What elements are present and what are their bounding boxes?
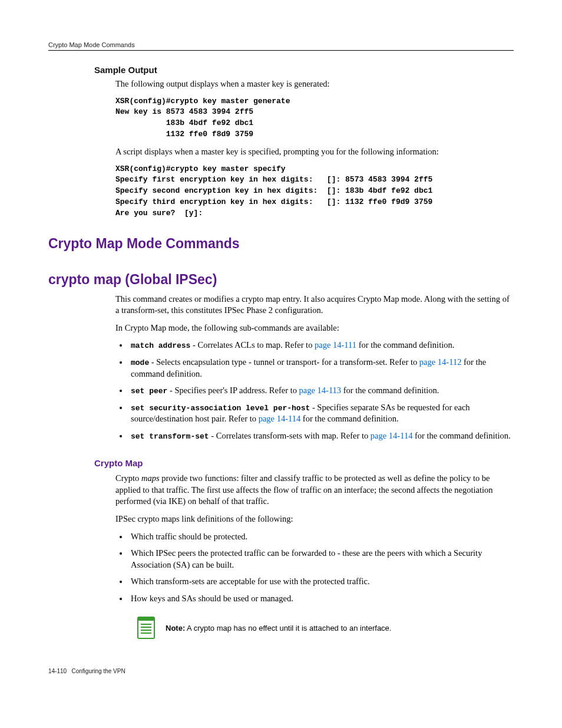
footer-title: Configuring the VPN bbox=[71, 668, 125, 674]
section2-p1: This command creates or modifies a crypt… bbox=[115, 294, 514, 317]
page-footer: 14-110 Configuring the VPN bbox=[48, 668, 514, 674]
sample-output-mid: A script displays when a master key is s… bbox=[115, 146, 514, 158]
section-crypto-map-mode: Crypto Map Mode Commands bbox=[48, 236, 514, 252]
code-set-peer: set peer bbox=[131, 387, 167, 396]
section2-p2: In Crypto Map mode, the following sub-co… bbox=[115, 322, 514, 334]
subcommand-mode: mode - Selects encapsulation type - tunn… bbox=[128, 357, 514, 380]
sample-output-heading: Sample Output bbox=[94, 65, 514, 75]
note-icon bbox=[137, 616, 156, 640]
crypto-map-subsection: Crypto Map bbox=[94, 458, 514, 468]
link-page-14-114a[interactable]: page 14-114 bbox=[259, 414, 301, 423]
section2-body: This command creates or modifies a crypt… bbox=[115, 294, 514, 442]
note-text: Note: A crypto map has no effect until i… bbox=[166, 624, 391, 633]
svg-rect-1 bbox=[138, 618, 154, 621]
crypto-map-p1: Crypto maps provide two functions: filte… bbox=[115, 473, 514, 508]
code-match-address: match address bbox=[131, 341, 190, 350]
subcommand-match-address: match address - Correlates ACLs to map. … bbox=[128, 340, 514, 351]
subcommand-set-transform-set: set transform-set - Correlates transform… bbox=[128, 430, 514, 442]
sample-output-code-1: XSR(config)#crypto key master generate N… bbox=[115, 96, 514, 140]
link-page-14-113[interactable]: page 14-113 bbox=[299, 386, 342, 395]
link-page-14-114b[interactable]: page 14-114 bbox=[371, 431, 413, 440]
page-container: Crypto Map Mode Commands Sample Output T… bbox=[0, 0, 562, 698]
subcommand-set-peer: set peer - Specifies peer's IP address. … bbox=[128, 385, 514, 397]
subcommand-set-security-association: set security-association level per-host … bbox=[128, 402, 514, 425]
crypto-map-body: Crypto maps provide two functions: filte… bbox=[115, 473, 514, 640]
crypto-map-p2: IPSec crypto maps link definitions of th… bbox=[115, 513, 514, 525]
crypto-map-b3: Which transform-sets are acceptable for … bbox=[128, 576, 514, 588]
code-set-security-association: set security-association level per-host bbox=[131, 404, 310, 413]
sample-output-section: Sample Output bbox=[94, 65, 514, 75]
sample-output-intro: The following output displays when a mas… bbox=[115, 78, 514, 90]
note-label: Note: bbox=[166, 624, 185, 633]
sample-output-code-2: XSR(config)#crypto key master specify Sp… bbox=[115, 164, 514, 219]
crypto-map-b2: Which IPSec peers the protected traffic … bbox=[128, 548, 514, 571]
running-header: Crypto Map Mode Commands bbox=[48, 41, 514, 51]
crypto-map-bullets: Which traffic should be protected. Which… bbox=[115, 531, 514, 605]
subcommand-list: match address - Correlates ACLs to map. … bbox=[115, 340, 514, 442]
footer-page-number: 14-110 bbox=[48, 668, 67, 674]
section-crypto-map-global: crypto map (Global IPSec) bbox=[48, 272, 514, 288]
note-block: Note: A crypto map has no effect until i… bbox=[137, 616, 514, 640]
code-mode: mode bbox=[131, 358, 149, 367]
crypto-map-italic: maps bbox=[141, 473, 160, 483]
link-page-14-111[interactable]: page 14-111 bbox=[315, 340, 356, 350]
crypto-map-b4: How keys and SAs should be used or manag… bbox=[128, 593, 514, 605]
sample-output-body: The following output displays when a mas… bbox=[115, 78, 514, 219]
code-set-transform-set: set transform-set bbox=[131, 432, 209, 441]
crypto-map-heading: Crypto Map bbox=[94, 458, 514, 468]
link-page-14-112[interactable]: page 14-112 bbox=[419, 357, 462, 367]
crypto-map-b1: Which traffic should be protected. bbox=[128, 531, 514, 543]
